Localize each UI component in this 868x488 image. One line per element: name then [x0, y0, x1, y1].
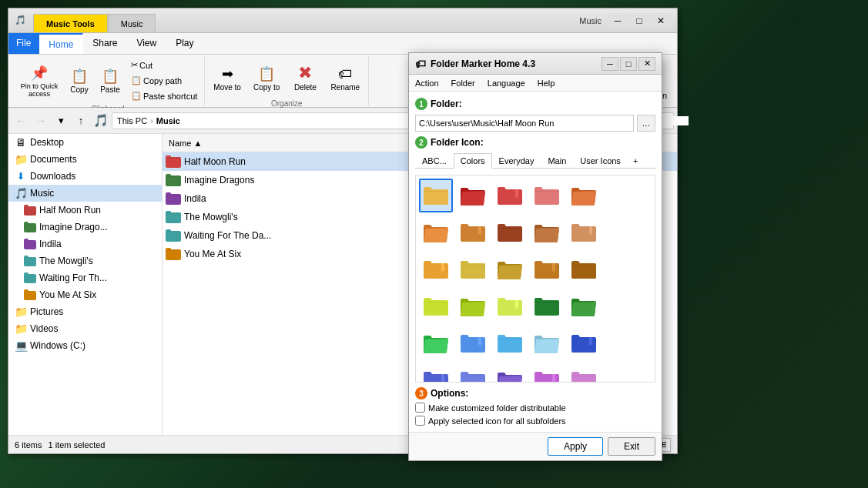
close-button[interactable]: ✕: [651, 13, 671, 28]
icon-cell[interactable]: [567, 252, 601, 286]
icon-cell[interactable]: [456, 289, 490, 323]
tab-play[interactable]: Play: [166, 33, 203, 54]
checkbox-distributable-input[interactable]: [415, 403, 425, 413]
move-to-button[interactable]: Move to: [208, 58, 246, 98]
icon-tab-main[interactable]: Main: [541, 153, 573, 168]
icon-tab-everyday[interactable]: Everyday: [492, 153, 541, 168]
icon-cell[interactable]: [456, 179, 490, 212]
icon-cell[interactable]: [567, 289, 601, 323]
icon-cell[interactable]: [530, 179, 564, 212]
icon-grid-container[interactable]: [415, 175, 655, 383]
icon-cell[interactable]: [456, 326, 490, 360]
recent-locations-button[interactable]: [52, 112, 70, 130]
tab-file[interactable]: File: [8, 33, 39, 54]
icon-tab-user-icons[interactable]: User Icons: [573, 153, 628, 168]
maximize-button[interactable]: □: [629, 13, 649, 28]
icon-cell[interactable]: [567, 326, 601, 360]
sidebar-item-documents[interactable]: Documents: [8, 151, 162, 168]
icon-cell[interactable]: [493, 363, 527, 383]
delete-button[interactable]: Delete: [287, 58, 323, 98]
minimize-button[interactable]: ─: [608, 13, 628, 28]
menu-help[interactable]: Help: [531, 77, 561, 89]
icon-cell[interactable]: [530, 252, 564, 286]
sidebar-item-you-me-at-six[interactable]: You Me At Six: [8, 286, 162, 303]
windows-c-icon: [15, 339, 27, 352]
tab-music-tools[interactable]: Music Tools: [33, 14, 108, 32]
col-name-header[interactable]: Name ▲: [166, 139, 404, 148]
cut-button[interactable]: ✂ Cut: [127, 58, 201, 72]
icon-tab-colors[interactable]: Colors: [454, 153, 492, 169]
back-icon: [16, 115, 26, 126]
sidebar-item-windows-c[interactable]: Windows (C:): [8, 337, 162, 354]
sidebar-item-mowglis[interactable]: The Mowgli's: [8, 252, 162, 269]
sidebar: Desktop Documents Downloads Music: [8, 134, 163, 435]
up-button[interactable]: [72, 112, 90, 130]
exit-button[interactable]: Exit: [608, 437, 655, 456]
folder-browse-button[interactable]: …: [637, 115, 655, 132]
back-button[interactable]: [12, 112, 30, 130]
ribbon-tabs: File Home Share View Play: [8, 33, 677, 55]
sidebar-item-waiting-for[interactable]: Waiting For Th...: [8, 269, 162, 286]
icon-cell[interactable]: [567, 363, 601, 383]
icon-cell[interactable]: [530, 216, 564, 249]
dialog-title-bar: 🏷 Folder Marker Home 4.3 ─ □ ✕: [409, 53, 662, 75]
icon-tab-abc[interactable]: ABC...: [415, 153, 454, 168]
dialog-maximize-button[interactable]: □: [620, 57, 637, 71]
icon-cell[interactable]: [493, 289, 527, 323]
dialog-close-button[interactable]: ✕: [638, 57, 655, 71]
sidebar-item-imagine-dragons[interactable]: Imagine Drago...: [8, 219, 162, 236]
icon-cell[interactable]: [493, 179, 527, 212]
icon-cell[interactable]: [530, 289, 564, 323]
icon-cell[interactable]: [567, 179, 601, 212]
paste-shortcut-button[interactable]: 📋 Paste shortcut: [127, 89, 201, 103]
icon-cell[interactable]: [419, 326, 453, 360]
icon-cell[interactable]: [456, 252, 490, 286]
sidebar-item-pictures[interactable]: Pictures: [8, 303, 162, 320]
icon-cell[interactable]: [493, 216, 527, 249]
icon-cell[interactable]: [419, 289, 453, 323]
tab-music[interactable]: Music: [108, 14, 156, 32]
sidebar-item-downloads[interactable]: Downloads: [8, 168, 162, 185]
sidebar-item-videos[interactable]: Videos: [8, 320, 162, 337]
recent-icon: [59, 115, 64, 126]
icon-cell[interactable]: [567, 216, 601, 249]
copy-button[interactable]: Copy: [65, 65, 93, 96]
delete-icon: [298, 65, 312, 82]
folder-path-input[interactable]: [415, 115, 634, 132]
menu-folder[interactable]: Folder: [445, 77, 481, 89]
tab-view[interactable]: View: [127, 33, 166, 54]
menu-language[interactable]: Language: [481, 77, 531, 89]
icon-cell[interactable]: [419, 252, 453, 286]
music-icon: [15, 187, 27, 199]
icon-cell[interactable]: [419, 216, 453, 249]
menu-action[interactable]: Action: [409, 77, 445, 89]
paste-button[interactable]: Paste: [95, 61, 126, 101]
sidebar-item-indila[interactable]: Indila: [8, 236, 162, 252]
icon-cell[interactable]: [530, 326, 564, 360]
icon-cell[interactable]: [456, 363, 490, 383]
rename-button[interactable]: Rename: [325, 58, 365, 98]
sidebar-item-music[interactable]: Music: [8, 185, 162, 202]
pin-button[interactable]: Pin to Quick access: [15, 61, 64, 101]
dialog-minimize-button[interactable]: ─: [602, 57, 618, 71]
sidebar-item-desktop[interactable]: Desktop: [8, 134, 162, 151]
copy-path-button[interactable]: 📋 Copy path: [127, 73, 201, 88]
icon-tab-add[interactable]: +: [628, 153, 643, 168]
tab-home[interactable]: Home: [39, 33, 83, 54]
icon-cell[interactable]: [419, 363, 453, 383]
checkbox-subfolders-input[interactable]: [415, 416, 425, 426]
icon-cell[interactable]: [493, 252, 527, 286]
folder-green-icon: [24, 221, 36, 233]
apply-button[interactable]: Apply: [548, 437, 603, 456]
explorer-icon: 🎵: [15, 15, 27, 27]
icon-cell[interactable]: [456, 216, 490, 249]
icon-cell[interactable]: [493, 326, 527, 360]
sidebar-item-half-moon-run[interactable]: Half Moon Run: [8, 202, 162, 219]
icon-cell[interactable]: [419, 179, 453, 212]
tab-share[interactable]: Share: [83, 33, 127, 54]
nav-music-icon: 🎵: [93, 113, 109, 128]
copy-to-button[interactable]: Copy to: [248, 58, 285, 98]
forward-button[interactable]: [32, 112, 50, 130]
icon-cell[interactable]: [530, 363, 564, 383]
breadcrumb-sep-1: ›: [150, 116, 153, 125]
